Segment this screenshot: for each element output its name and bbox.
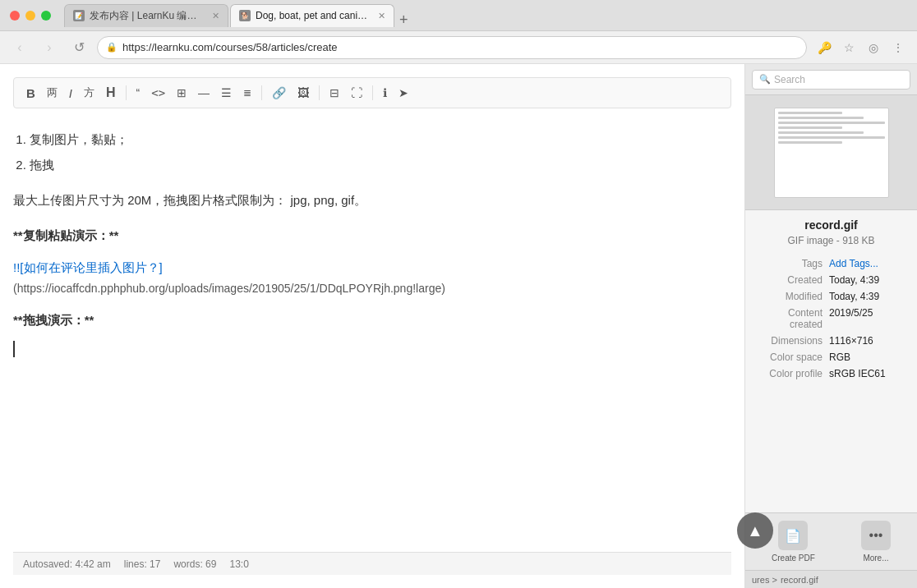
color-space-value: RGB (829, 351, 907, 363)
info-row-color-space: Color space RGB (755, 351, 907, 363)
toolbar-send[interactable]: ➤ (394, 84, 412, 102)
created-value: Today, 4:39 (829, 274, 907, 286)
title-bar: 📝 发布内容 | LearnKu 编程知识社 ✕ 🐕 Dog, boat, pe… (0, 0, 917, 31)
main-area: B 两 I 方 H “ <> ⊞ — ☰ ≣ 🔗 🖼 ⊟ (0, 64, 917, 588)
tab-close-dog[interactable]: ✕ (378, 11, 385, 21)
toolbar-info[interactable]: ℹ (379, 84, 391, 102)
info-row-modified: Modified Today, 4:39 (755, 291, 907, 302)
toolbar-text-zh2[interactable]: 方 (80, 83, 99, 103)
lock-icon: 🔒 (106, 42, 118, 53)
list-item-2: 拖拽 (30, 154, 731, 176)
toolbar-sep-4 (372, 85, 373, 100)
toolbar-image[interactable]: 🖼 (293, 84, 313, 102)
preview-line-3 (778, 122, 885, 124)
preview-line-5 (778, 131, 864, 134)
toolbar-sep-1 (126, 85, 127, 100)
breadcrumb-path: ures > (752, 575, 777, 585)
dimensions-value: 917×588 (829, 335, 907, 347)
preview-line-2 (778, 117, 864, 119)
section1-heading: **复制粘贴演示：** (13, 224, 731, 246)
browser-window: 📝 发布内容 | LearnKu 编程知识社 ✕ 🐕 Dog, boat, pe… (0, 0, 917, 588)
more-button[interactable]: ⋮ (887, 37, 909, 58)
cursor-position: 13:0 (229, 558, 248, 570)
toolbar-fullscreen[interactable]: ⛶ (347, 84, 366, 102)
screenshot-button[interactable]: ◎ (863, 37, 884, 58)
finder-search-container[interactable]: 🔍 Search (752, 70, 910, 90)
back-button[interactable]: ‹ (8, 36, 31, 59)
section2-heading: **拖拽演示：** (13, 309, 731, 331)
info-row-tags: Tags Add Tags... (755, 258, 907, 269)
new-tab-button[interactable]: + (396, 12, 412, 27)
more-action[interactable]: ••• More... (861, 521, 891, 563)
toolbar-table[interactable]: ⊞ (173, 84, 191, 102)
editor-image-link[interactable]: !![如何在评论里插入图片？] (13, 260, 163, 274)
tab-label-learnku: 发布内容 | LearnKu 编程知识社 (90, 9, 204, 23)
preview-image-area (745, 95, 917, 210)
finder-panel: 🔍 Search (744, 64, 917, 588)
preview-screenshot (774, 108, 889, 198)
section2-bold-text: **拖拽演示：** (13, 313, 94, 327)
color-profile-label: Color profile (755, 368, 829, 379)
tags-value[interactable]: Add Tags... (829, 258, 907, 269)
create-pdf-action[interactable]: 📄 Create PDF (772, 521, 815, 563)
tab-learnku[interactable]: 📝 发布内容 | LearnKu 编程知识社 ✕ (64, 4, 228, 27)
editor-body[interactable]: 复制图片，黏贴； 拖拽 最大上传图片尺寸为 20M，拖拽图片格式限制为： jpg… (13, 122, 731, 552)
color-profile-value: sRGB IEC61 (829, 368, 907, 379)
toolbar-list-ul[interactable]: ☰ (217, 84, 236, 102)
toolbar-hr[interactable]: — (194, 84, 214, 102)
editor-note: 最大上传图片尺寸为 20M，拖拽图片格式限制为： jpg, png, gif。 (13, 189, 731, 211)
toolbar-columns[interactable]: ⊟ (325, 84, 343, 102)
toolbar-bold[interactable]: B (22, 84, 39, 103)
url-bar[interactable]: 🔒 https://learnku.com/courses/58/article… (97, 36, 807, 59)
toolbar-quote[interactable]: “ (132, 84, 145, 102)
maximize-window-button[interactable] (41, 11, 51, 21)
toolbar-sep-2 (261, 85, 262, 100)
tab-dog[interactable]: 🐕 Dog, boat, pet and canine | HD ✕ (230, 4, 394, 27)
link-markdown-text: !![如何在评论里插入图片？] (13, 256, 731, 278)
editor-toolbar: B 两 I 方 H “ <> ⊞ — ☰ ≣ 🔗 🖼 ⊟ (13, 77, 731, 108)
close-window-button[interactable] (10, 11, 20, 21)
scroll-to-top-button[interactable]: ▲ (737, 512, 773, 549)
tabs-area: 📝 发布内容 | LearnKu 编程知识社 ✕ 🐕 Dog, boat, pe… (58, 4, 907, 27)
toolbar-heading[interactable]: H (102, 83, 120, 103)
minimize-window-button[interactable] (25, 11, 35, 21)
tab-label-dog: Dog, boat, pet and canine | HD (256, 10, 370, 21)
toolbar-italic[interactable]: I (65, 84, 76, 103)
tags-label: Tags (755, 258, 829, 269)
info-row-dimensions: Dimensions 917×588 (755, 335, 907, 347)
editor-status-bar: Autosaved: 4:42 am lines: 17 words: 69 1… (13, 552, 731, 575)
color-space-label: Color space (755, 351, 829, 363)
finder-preview: record.gif GIF image - 918 KB Tags Add T… (745, 95, 917, 588)
created-label: Created (755, 274, 829, 286)
editor-ordered-list: 复制图片，黏贴； 拖拽 (30, 128, 731, 176)
words-count: words: 69 (173, 558, 216, 570)
info-row-created: Created Today, 4:39 (755, 274, 907, 286)
tab-close-learnku[interactable]: ✕ (212, 11, 219, 21)
preview-mini-content (775, 108, 888, 149)
reload-button[interactable]: ↺ (67, 36, 90, 59)
tab-favicon-learnku: 📝 (73, 10, 85, 21)
nav-actions: 🔑 ☆ ◎ ⋮ (813, 37, 909, 58)
finder-filetype: GIF image - 918 KB (755, 235, 907, 246)
toolbar-code[interactable]: <> (147, 84, 169, 102)
preview-line-7 (778, 141, 842, 144)
finder-filename: record.gif (755, 218, 907, 232)
toolbar-list-ol[interactable]: ≣ (239, 85, 256, 101)
finder-search-bar: 🔍 Search (745, 64, 917, 95)
toolbar-text-zh1[interactable]: 两 (43, 83, 62, 103)
bookmark-button[interactable]: ☆ (838, 37, 859, 58)
forward-button[interactable]: › (38, 36, 61, 59)
content-created-value: 2019/5/25 (829, 307, 907, 330)
link-url-text: (https://iocaffcdn.pphphub.org/uploads/i… (13, 278, 731, 299)
preview-line-6 (778, 136, 885, 139)
dimensions-label: Dimensions (755, 335, 829, 347)
more-icon: ••• (861, 521, 891, 550)
cursor-area[interactable] (13, 341, 731, 357)
breadcrumb: ures > record.gif (745, 570, 917, 588)
finder-actions: 📄 Create PDF ••• More... (745, 512, 917, 570)
breadcrumb-filename: record.gif (781, 575, 818, 585)
traffic-lights (10, 11, 51, 21)
key-icon[interactable]: 🔑 (813, 37, 835, 58)
toolbar-link[interactable]: 🔗 (268, 84, 290, 102)
preview-line-1 (778, 112, 842, 114)
